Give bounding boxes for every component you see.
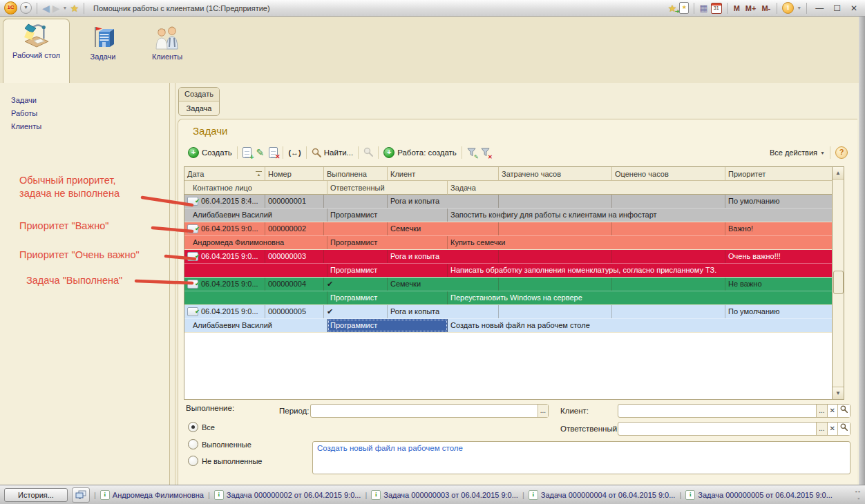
responsible-ellipsis-button[interactable]: ... [816, 423, 826, 435]
calculator-icon[interactable]: ▦ [699, 1, 707, 15]
status-item-task3[interactable]: i Задача 000000003 от 06.04.2015 9:0... [371, 490, 518, 500]
delete-item-icon[interactable] [269, 147, 278, 158]
info-button[interactable]: i [782, 2, 794, 14]
scroll-up-icon[interactable]: ▲ [833, 167, 844, 180]
maximize-button[interactable]: ☐ [830, 1, 844, 15]
cell-date: 06.04.2015 9:0... [201, 305, 258, 318]
status-item-label: Задача 000000004 от 06.04.2015 9:0... [541, 491, 676, 499]
close-button[interactable]: ✕ [847, 1, 861, 15]
period-ellipsis-button[interactable]: ... [538, 405, 548, 417]
create-task-button[interactable]: Задача [179, 101, 219, 115]
filter-clear-icon[interactable] [481, 148, 490, 158]
filter-settings-icon[interactable] [467, 148, 476, 158]
help-button[interactable]: ? [835, 146, 848, 159]
client-clear-icon[interactable]: ✕ [827, 405, 837, 417]
annotation-normal-priority: Обычный приоритет, задача не выполнена [19, 174, 120, 200]
monitors-icon [75, 490, 86, 500]
favorites-star-icon[interactable]: ★ [70, 3, 79, 14]
cancel-search-icon[interactable] [363, 147, 373, 158]
column-header-responsible[interactable]: Ответственный [327, 181, 448, 195]
radio-not-done[interactable]: Не выполненные [188, 456, 262, 466]
add-favorite-icon[interactable]: ★ [668, 3, 677, 14]
client-input[interactable] [618, 405, 816, 417]
radio-all[interactable]: Все [188, 422, 215, 432]
create-button[interactable]: Создать [188, 147, 232, 158]
status-item-contact[interactable]: i Андромеда Филимоновна [100, 490, 204, 500]
history-button[interactable]: История... [4, 488, 68, 502]
status-item-task2[interactable]: i Задача 000000002 от 06.04.2015 9:0... [214, 490, 361, 500]
scrollbar-thumb[interactable] [833, 271, 844, 294]
forward-button[interactable]: ▶ [53, 1, 60, 15]
memory-m-plus-button[interactable]: M+ [744, 4, 758, 12]
vertical-scrollbar[interactable]: ▲ ▼ [832, 167, 844, 399]
status-item-task5[interactable]: i Задача 000000005 от 06.04.2015 9:0... [685, 490, 833, 500]
scroll-down-icon[interactable]: ▼ [833, 387, 844, 399]
work-create-button[interactable]: Работа: создать [383, 147, 457, 158]
favorites-page-icon[interactable]: ★ [679, 2, 689, 14]
column-header-number[interactable]: Номер [265, 167, 324, 181]
client-label: Клиент: [560, 407, 589, 415]
tab-tasks[interactable]: Задачи [73, 21, 133, 83]
tab-desktop-label: Рабочий стол [3, 51, 69, 60]
radio-done-circle[interactable] [188, 439, 198, 449]
divider [358, 146, 359, 159]
show-in-list-button[interactable] [72, 487, 90, 503]
resize-grip[interactable]: ▪▪ ▪ [855, 488, 861, 502]
table-row[interactable]: 06.04.2015 9:0... 000000003 Рога и копыт… [184, 250, 844, 278]
status-item-label: Андромеда Филимоновна [113, 491, 204, 499]
column-header-priority[interactable]: Приоритет [725, 167, 833, 181]
radio-not-done-circle[interactable] [188, 456, 198, 466]
memory-m-minus-button[interactable]: M- [760, 4, 772, 12]
copy-item-icon[interactable] [243, 147, 251, 158]
sidebar-link-works[interactable]: Работы [11, 107, 41, 120]
plus-icon [383, 147, 395, 158]
column-header-task[interactable]: Задача [448, 181, 833, 195]
sidebar-link-clients[interactable]: Клиенты [11, 120, 41, 133]
responsible-search-icon[interactable] [837, 423, 850, 435]
back-button[interactable]: ◀ [42, 1, 50, 15]
minimize-button[interactable]: — [812, 1, 827, 15]
cell-date: 06.04.2015 8:4... [201, 195, 258, 208]
column-header-spent-hours[interactable]: Затрачено часов [499, 167, 612, 181]
find-button[interactable]: Найти... [312, 148, 353, 157]
calendar-icon[interactable]: 31 [711, 3, 722, 14]
period-field: ... [310, 404, 549, 418]
table-row[interactable]: 06.04.2015 9:0... 000000002 Семечки Важн… [184, 222, 844, 250]
radio-all-circle[interactable] [188, 422, 198, 432]
column-header-contact[interactable]: Контактное лицо [184, 181, 327, 195]
sidebar-link-tasks[interactable]: Задачи [11, 94, 41, 107]
column-header-estimated-hours[interactable]: Оценено часов [612, 167, 725, 181]
cell-responsible-selected[interactable]: Программист [327, 319, 448, 332]
period-input[interactable] [311, 405, 538, 417]
divider [777, 3, 777, 14]
cell-date: 06.04.2015 9:0... [201, 250, 258, 263]
all-actions-button[interactable]: Все действия ▼ [770, 148, 825, 157]
cell-priority: По умолчанию [725, 305, 833, 318]
edit-pencil-icon[interactable]: ✎ [256, 148, 265, 157]
table-row-selected[interactable]: 06.04.2015 9:0... 000000005 ✔ Рога и коп… [184, 305, 844, 333]
task-doc-icon [187, 307, 198, 316]
tab-desktop[interactable]: Рабочий стол [3, 19, 70, 83]
table-row[interactable]: 06.04.2015 8:4... 000000001 Рога и копыт… [184, 195, 844, 222]
responsible-clear-icon[interactable]: ✕ [827, 423, 837, 435]
table-row[interactable]: 06.04.2015 9:0... 000000004 ✔ Семечки Не… [184, 278, 844, 305]
info-dropdown-icon[interactable]: ▼ [797, 6, 801, 10]
tab-clients[interactable]: Клиенты [137, 21, 197, 83]
chevron-down-icon: ▼ [820, 151, 825, 155]
main-menu-button[interactable]: ▼ [20, 2, 32, 14]
column-header-client[interactable]: Клиент [388, 167, 499, 181]
column-header-date[interactable]: Дата ▲ [184, 167, 265, 181]
task-description-textarea[interactable]: Создать новый файл на рабочем столе [312, 441, 850, 474]
radio-done-label: Выполненные [202, 440, 251, 449]
status-item-task4[interactable]: i Задача 000000004 от 06.04.2015 9:0... [529, 490, 676, 500]
client-ellipsis-button[interactable]: ... [816, 405, 826, 417]
history-dropdown-icon[interactable]: ▼ [63, 6, 68, 10]
client-search-icon[interactable] [837, 405, 850, 417]
cell-responsible: Программист [327, 209, 448, 222]
memory-m-button[interactable]: M [732, 4, 741, 12]
column-header-done[interactable]: Выполнена [324, 167, 388, 181]
set-interval-icon[interactable]: (↔) [288, 148, 301, 157]
radio-done[interactable]: Выполненные [188, 439, 251, 449]
responsible-input[interactable] [618, 423, 816, 435]
splitter[interactable] [175, 83, 175, 485]
